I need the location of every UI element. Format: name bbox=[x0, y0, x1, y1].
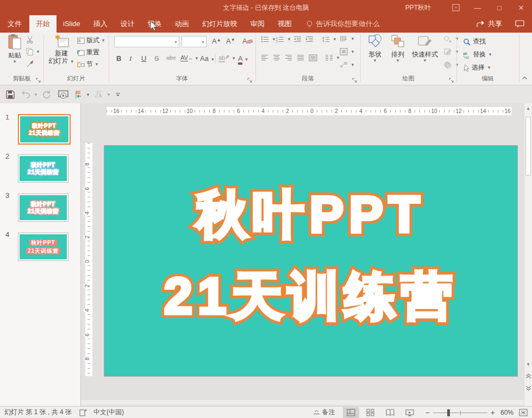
arrange-button[interactable]: 排列 ▼ bbox=[387, 34, 409, 63]
align-text-button[interactable]: ▼ bbox=[340, 48, 355, 55]
zoom-slider[interactable] bbox=[433, 407, 487, 418]
decrease-font-button[interactable]: A▼ bbox=[226, 37, 235, 45]
clipboard-dialog-launcher[interactable] bbox=[36, 77, 41, 82]
zoom-slider-thumb[interactable] bbox=[447, 409, 450, 416]
change-case-button[interactable]: Aa ▼ bbox=[200, 54, 215, 63]
highlight-color-button[interactable]: ab ▼ bbox=[218, 54, 236, 61]
undo-dropdown[interactable]: ▼ bbox=[33, 88, 39, 102]
bullets-button[interactable]: ▼ bbox=[261, 36, 276, 43]
undo-button[interactable] bbox=[18, 88, 33, 102]
tell-me-box[interactable]: 告诉我你想要做什么 bbox=[306, 15, 380, 33]
find-button[interactable]: 查找 bbox=[463, 37, 486, 46]
shadow-button[interactable]: S bbox=[154, 54, 159, 63]
paste-dropdown[interactable]: ▼ bbox=[4, 59, 25, 64]
slide-title-line1[interactable]: 秋叶PPT bbox=[104, 180, 517, 249]
tab-file[interactable]: 文件 bbox=[0, 15, 29, 33]
font-dialog-launcher[interactable] bbox=[247, 77, 253, 82]
next-slide-button[interactable] bbox=[524, 385, 532, 392]
tab-design[interactable]: 设计 bbox=[114, 15, 141, 33]
format-painter-button[interactable] bbox=[26, 60, 36, 68]
increase-font-button[interactable]: A▲ bbox=[212, 37, 221, 45]
distribute-button[interactable] bbox=[309, 54, 319, 61]
fit-to-window-icon[interactable] bbox=[519, 409, 528, 416]
slide-title-line2[interactable]: 21天训练营 bbox=[104, 262, 517, 331]
text-direction-button[interactable]: ▼ bbox=[340, 35, 355, 42]
tab-slideshow[interactable]: 幻灯片放映 bbox=[196, 15, 244, 33]
font-color-button[interactable]: A ▼ bbox=[238, 54, 249, 63]
zoom-out-button[interactable]: − bbox=[425, 408, 430, 417]
clear-formatting-button[interactable]: A bbox=[242, 37, 253, 45]
select-button[interactable]: 选择▼ bbox=[463, 63, 491, 72]
copy-button[interactable]: ▼ bbox=[26, 48, 40, 55]
vertical-scrollbar[interactable]: ▲ ▼ bbox=[524, 103, 532, 406]
new-slide-button[interactable]: 新建 幻灯片 ▼ bbox=[48, 34, 75, 66]
tab-view[interactable]: 视图 bbox=[271, 15, 298, 33]
qat-custom-dropdown-1[interactable]: ▼ bbox=[85, 88, 91, 102]
qat-custom-button-1[interactable] bbox=[72, 88, 85, 102]
collapse-ribbon-button[interactable] bbox=[522, 74, 528, 82]
tab-review[interactable]: 审阅 bbox=[244, 15, 271, 33]
slide-editing-area[interactable]: 秋叶PPT 21天训练营 bbox=[104, 145, 518, 377]
character-spacing-button[interactable]: AV↔ ▼ bbox=[180, 54, 199, 61]
slide-thumbnail-3[interactable]: 秋叶PPT 21天训练营 bbox=[18, 194, 68, 222]
close-button[interactable]: ✕ bbox=[510, 0, 532, 15]
increase-indent-button[interactable] bbox=[305, 36, 315, 43]
line-spacing-button[interactable]: ▼ bbox=[322, 36, 337, 43]
paste-button[interactable]: 粘贴 ▼ bbox=[4, 34, 25, 64]
bold-button[interactable]: B bbox=[116, 54, 121, 63]
scrollbar-thumb[interactable] bbox=[525, 117, 531, 176]
ribbon-display-options-icon[interactable] bbox=[445, 0, 467, 15]
account-name[interactable]: PPT秋叶 bbox=[405, 3, 431, 13]
replace-button[interactable]: abac替换▼ bbox=[463, 50, 492, 59]
justify-button[interactable] bbox=[297, 54, 306, 61]
vertical-ruler[interactable]: 864202468 bbox=[85, 143, 92, 376]
decrease-indent-button[interactable] bbox=[293, 36, 303, 43]
font-size-combo[interactable]: ▼ bbox=[181, 36, 206, 47]
previous-slide-button[interactable] bbox=[524, 373, 532, 380]
tab-animations[interactable]: 动画 bbox=[168, 15, 196, 33]
align-right-button[interactable] bbox=[285, 54, 294, 61]
qat-custom-button-2[interactable] bbox=[91, 88, 105, 102]
zoom-in-button[interactable]: + bbox=[491, 408, 495, 417]
qat-custom-dropdown-2[interactable]: ▼ bbox=[105, 88, 112, 102]
italic-button[interactable]: I bbox=[129, 54, 132, 63]
columns-button[interactable]: ▼ bbox=[325, 54, 340, 61]
horizontal-scrollbar[interactable] bbox=[81, 400, 524, 405]
tab-home[interactable]: 开始 bbox=[29, 15, 57, 33]
slide-thumbnail-1[interactable]: 秋叶PPT 21天训练营 bbox=[18, 114, 71, 145]
cut-button[interactable] bbox=[26, 36, 35, 43]
font-name-combo[interactable]: ▼ bbox=[114, 36, 179, 47]
align-left-button[interactable] bbox=[261, 54, 270, 61]
strikethrough-button[interactable]: abc bbox=[166, 54, 176, 61]
share-button[interactable]: 共享 bbox=[477, 15, 502, 33]
comments-button[interactable] bbox=[515, 15, 524, 33]
section-button[interactable]: 节▼ bbox=[77, 60, 99, 69]
slide-sorter-view-button[interactable] bbox=[362, 407, 379, 418]
slide-thumbnail-4[interactable]: 秋叶PPT 21天训练营 bbox=[18, 233, 68, 261]
zoom-level[interactable]: 60% bbox=[500, 409, 514, 416]
underline-button[interactable]: U bbox=[141, 54, 146, 63]
notes-button[interactable]: 备注 bbox=[322, 408, 335, 417]
maximize-button[interactable]: □ bbox=[489, 0, 510, 15]
numbering-button[interactable]: 123▼ bbox=[276, 36, 291, 43]
minimize-button[interactable]: — bbox=[467, 0, 489, 15]
reading-view-button[interactable] bbox=[382, 407, 398, 418]
normal-view-button[interactable] bbox=[343, 407, 359, 418]
tab-insert[interactable]: 插入 bbox=[87, 15, 114, 33]
slideshow-view-button[interactable] bbox=[402, 407, 418, 418]
spell-check-icon[interactable] bbox=[79, 409, 87, 416]
quick-styles-button[interactable]: 快速样式 ▼ bbox=[410, 34, 440, 63]
paragraph-dialog-launcher[interactable] bbox=[352, 77, 358, 82]
language-indicator[interactable]: 中文(中国) bbox=[93, 408, 124, 417]
drawing-dialog-launcher[interactable] bbox=[449, 77, 454, 82]
horizontal-ruler[interactable]: 1614121086420246810121416 bbox=[107, 107, 511, 115]
save-button[interactable] bbox=[2, 88, 18, 102]
align-center-button[interactable] bbox=[273, 54, 282, 61]
reset-button[interactable]: 重置 bbox=[77, 48, 99, 57]
scroll-up-arrow[interactable]: ▲ bbox=[524, 106, 532, 111]
shapes-button[interactable]: 形状 ▼ bbox=[364, 34, 386, 63]
redo-button[interactable] bbox=[39, 88, 54, 102]
start-slideshow-button[interactable] bbox=[54, 88, 72, 102]
slide-thumbnail-2[interactable]: 秋叶PPT 21天训练营 bbox=[18, 154, 68, 183]
layout-button[interactable]: 版式▼ bbox=[77, 36, 105, 45]
